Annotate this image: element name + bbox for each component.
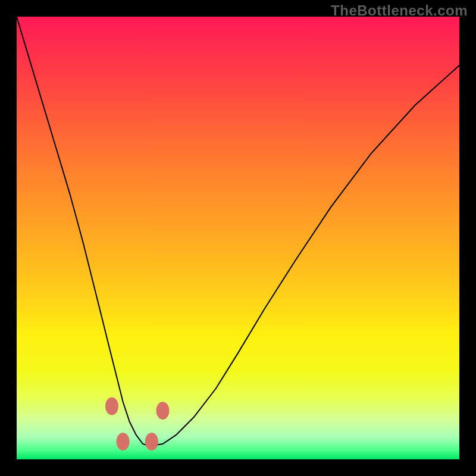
chart-plot-area xyxy=(17,17,459,459)
left-upper-blob xyxy=(105,397,118,415)
right-lower-blob xyxy=(145,433,158,450)
bottleneck-curve-path xyxy=(17,17,459,446)
right-upper-blob xyxy=(156,402,170,419)
curve-markers xyxy=(105,397,170,451)
bottleneck-curve-svg xyxy=(17,17,459,459)
watermark[interactable]: TheBottleneck.com xyxy=(331,2,468,19)
left-lower-blob xyxy=(117,433,130,450)
watermark-link[interactable]: TheBottleneck.com xyxy=(331,2,468,18)
